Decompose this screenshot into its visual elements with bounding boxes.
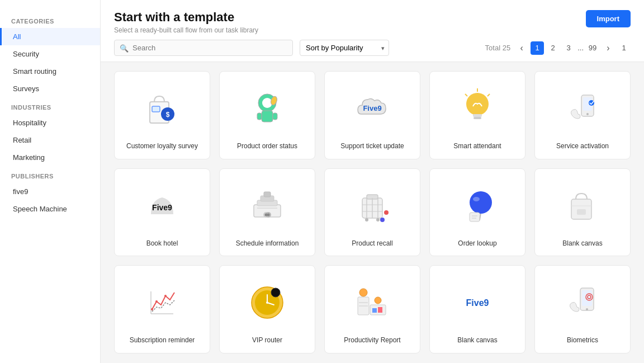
template-icon-five9-logo: Five9 xyxy=(121,178,203,234)
template-label: Schedule information xyxy=(236,239,299,248)
total-count: Total 25 xyxy=(485,44,511,52)
template-label: Biometrics xyxy=(567,336,598,345)
search-input[interactable] xyxy=(114,40,293,56)
svg-rect-64 xyxy=(378,307,382,313)
svg-rect-7 xyxy=(257,113,262,120)
template-icon-balloon xyxy=(437,178,518,234)
svg-point-73 xyxy=(586,308,588,310)
sidebar-item-all[interactable]: All xyxy=(0,28,100,45)
template-label: VIP router xyxy=(252,336,282,345)
svg-text:Five9: Five9 xyxy=(152,203,172,212)
template-card-subscription-reminder[interactable]: Subscription reminder xyxy=(114,265,210,353)
sort-select[interactable]: Sort by Popularity Sort by Name Sort by … xyxy=(300,40,389,56)
page-end-button[interactable]: 1 xyxy=(617,41,631,55)
template-card-blank-canvas-2[interactable]: Five9 Blank canvas xyxy=(429,265,525,353)
import-button[interactable]: Import xyxy=(586,10,631,27)
template-card-book-hotel[interactable]: Five9 Book hotel xyxy=(114,168,210,257)
template-icon-five9-cloud: Five9 xyxy=(332,81,413,136)
svg-point-58 xyxy=(273,290,278,295)
svg-point-54 xyxy=(164,295,167,297)
template-card-smart-attendant[interactable]: Smart attendant xyxy=(429,71,525,159)
template-card-order-lookup[interactable]: Order lookup xyxy=(429,168,525,257)
svg-rect-63 xyxy=(372,308,377,313)
svg-rect-6 xyxy=(262,111,273,122)
prev-page-button[interactable]: ‹ xyxy=(515,41,528,55)
svg-rect-13 xyxy=(473,117,481,119)
template-card-product-order-status[interactable]: Product order status xyxy=(219,71,315,159)
template-icon-chart-lines xyxy=(121,275,203,331)
template-label: Order lookup xyxy=(458,239,496,248)
template-label: Book hotel xyxy=(146,239,178,248)
template-grid-area: $ Customer loyalty survey xyxy=(101,62,644,363)
svg-text:Five9: Five9 xyxy=(466,298,489,308)
svg-text:Five9: Five9 xyxy=(363,104,381,112)
svg-rect-44 xyxy=(470,213,480,221)
sidebar-item-five9[interactable]: five9 xyxy=(0,183,100,200)
svg-point-38 xyxy=(365,218,368,221)
sort-wrapper: Sort by Popularity Sort by Name Sort by … xyxy=(300,40,389,56)
template-label: Blank canvas xyxy=(457,336,497,345)
svg-point-30 xyxy=(267,213,270,216)
template-card-vip-router[interactable]: VIP router xyxy=(219,265,315,353)
template-icon-phone-hand-2 xyxy=(542,275,623,331)
sidebar-item-smart-routing[interactable]: Smart routing xyxy=(0,63,100,80)
template-label: Smart attendant xyxy=(453,142,501,151)
page-1-button[interactable]: 1 xyxy=(531,41,544,55)
svg-rect-1 xyxy=(152,106,160,112)
template-card-customer-loyalty-survey[interactable]: $ Customer loyalty survey xyxy=(114,71,210,159)
page-99-button[interactable]: 99 xyxy=(586,41,599,55)
publishers-section-label: Publishers xyxy=(0,166,100,183)
sidebar-item-security[interactable]: Security xyxy=(0,45,100,63)
template-label: Productivity Report xyxy=(344,336,400,345)
sidebar-item-retail[interactable]: Retail xyxy=(0,131,100,149)
sidebar-item-hospitality[interactable]: Hospitality xyxy=(0,114,100,131)
template-icon-five9-logo-2: Five9 xyxy=(437,275,518,331)
search-wrapper: 🔍 xyxy=(114,40,293,56)
template-icon-astronaut xyxy=(226,81,308,136)
svg-point-19 xyxy=(586,113,589,115)
svg-rect-49 xyxy=(577,209,586,215)
pagination: Total 25 ‹ 1 2 3 ... 99 › 1 xyxy=(485,41,631,55)
template-icon-phone-hand xyxy=(542,81,623,136)
sidebar-item-surveys[interactable]: Surveys xyxy=(0,80,100,97)
header: Start with a template Select a ready-bui… xyxy=(101,0,644,62)
page-2-button[interactable]: 2 xyxy=(546,41,560,55)
template-label: Service activation xyxy=(556,142,609,151)
toolbar: 🔍 Sort by Popularity Sort by Name Sort b… xyxy=(114,40,631,56)
svg-rect-25 xyxy=(264,192,271,197)
page-title: Start with a template xyxy=(114,10,258,25)
svg-line-16 xyxy=(465,94,467,96)
next-page-button[interactable]: › xyxy=(602,41,615,55)
svg-rect-12 xyxy=(473,114,482,117)
template-icon-team-chart xyxy=(332,275,413,331)
template-card-blank-canvas-1[interactable]: Blank canvas xyxy=(534,168,631,257)
sidebar-item-marketing[interactable]: Marketing xyxy=(0,149,100,166)
page-subtitle: Select a ready-built call flow from our … xyxy=(114,26,258,34)
template-card-schedule-information[interactable]: Schedule information xyxy=(219,168,315,257)
svg-point-43 xyxy=(473,197,480,201)
template-icon-shopping-bag-2 xyxy=(542,178,623,234)
template-card-service-activation[interactable]: Service activation xyxy=(534,71,631,159)
sidebar: Categories All Security Smart routing Su… xyxy=(0,0,101,363)
svg-point-42 xyxy=(470,191,492,214)
template-card-productivity-report[interactable]: Productivity Report xyxy=(324,265,420,353)
svg-point-66 xyxy=(359,289,367,296)
svg-point-53 xyxy=(155,300,158,303)
template-label: Customer loyalty survey xyxy=(126,142,198,151)
svg-rect-8 xyxy=(273,113,277,120)
template-icon-lightbulb xyxy=(437,81,518,136)
search-icon: 🔍 xyxy=(120,44,129,52)
template-label: Product recall xyxy=(352,239,392,248)
page-3-button[interactable]: 3 xyxy=(562,41,575,55)
template-icon-clock-compass xyxy=(226,275,308,331)
template-card-support-ticket-update[interactable]: Five9 Support ticket update xyxy=(324,71,420,159)
template-label: Support ticket update xyxy=(340,142,404,151)
template-label: Blank canvas xyxy=(562,239,602,248)
template-card-biometrics[interactable]: Biometrics xyxy=(534,265,631,353)
svg-point-40 xyxy=(384,210,389,215)
template-card-product-recall[interactable]: Product recall xyxy=(324,168,420,257)
svg-point-67 xyxy=(375,297,381,304)
sidebar-item-speech-machine[interactable]: Speech Machine xyxy=(0,200,100,218)
categories-section-label: Categories xyxy=(0,11,100,28)
template-label: Product order status xyxy=(237,142,297,151)
